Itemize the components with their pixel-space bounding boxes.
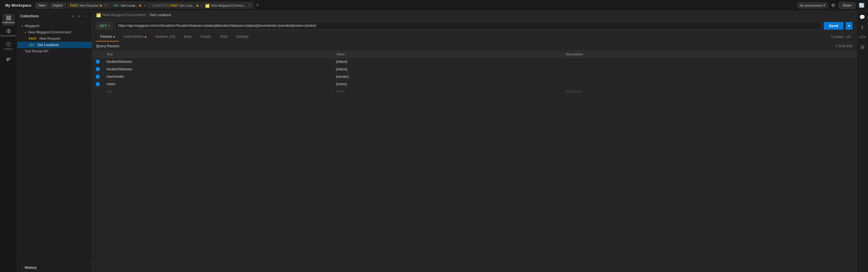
key-cell[interactable]: metro	[103, 80, 333, 88]
tab-label: New Request	[80, 4, 98, 7]
send-dropdown-btn[interactable]: ▾	[845, 22, 852, 30]
history-header[interactable]: › History	[17, 263, 92, 272]
tab-label: Get Loca...	[180, 4, 195, 7]
sidebar-environments-btn[interactable]: Environments	[2, 27, 15, 39]
settings-icon[interactable]: ⚙	[830, 2, 836, 9]
tab-body[interactable]: Body	[180, 32, 195, 42]
tab-post-new-request[interactable]: POST New Request ×	[67, 2, 110, 9]
info-icon[interactable]: ℹ	[860, 23, 864, 31]
row-checkbox[interactable]: ✓	[96, 75, 100, 79]
row-checkbox[interactable]: ✓	[96, 67, 100, 71]
more-btn[interactable]: ⋯	[83, 13, 89, 19]
panel-actions: + ≡ ⋯	[71, 13, 89, 19]
value-cell[interactable]: {vendor}	[333, 73, 562, 80]
new-value-input[interactable]	[336, 89, 559, 93]
panel-header: Collections + ≡ ⋯	[17, 11, 92, 22]
sidebar-collections-btn[interactable]: Collections	[2, 13, 15, 26]
description-cell[interactable]	[562, 65, 857, 73]
environment-selector[interactable]: No environment ▾	[797, 2, 828, 8]
import-button[interactable]: Import	[50, 2, 66, 9]
new-button[interactable]: New	[35, 2, 49, 9]
add-tab-button[interactable]: +	[254, 2, 261, 8]
tree-group-new-megaport[interactable]: ▾ New Megaport Environment	[17, 29, 92, 35]
svg-rect-7	[7, 59, 9, 60]
tab-headers[interactable]: Headers (10)	[151, 32, 179, 42]
new-key-input[interactable]	[107, 89, 330, 93]
tab-conflict-post[interactable]: [CONFLICT] POST Get Loca... ×	[150, 2, 201, 9]
checkbox-cell[interactable]: ✓	[92, 58, 103, 65]
auth-dot	[145, 36, 146, 38]
key-cell[interactable]: mveVendor	[103, 73, 333, 80]
url-input[interactable]	[115, 22, 822, 30]
code-snippet-icon[interactable]: </>	[858, 33, 867, 41]
description-cell[interactable]	[562, 80, 857, 88]
params-section: Query Params ⠿ Bulk Edit Key Value Descr…	[92, 42, 857, 157]
key-cell[interactable]: locationStatuses	[103, 65, 333, 73]
key-cell[interactable]: locationStatuses	[103, 58, 333, 65]
tab-tests[interactable]: Tests	[215, 32, 231, 42]
checkbox-cell[interactable]: ✓	[92, 80, 103, 88]
description-cell[interactable]	[562, 58, 857, 65]
row-checkbox[interactable]: ✓	[96, 60, 100, 64]
checkbox-cell[interactable]: ✓	[92, 65, 103, 73]
history-icon	[6, 42, 11, 47]
chevron-down-icon: ▾	[20, 25, 24, 28]
new-description-cell[interactable]	[562, 88, 857, 95]
bulk-edit-button[interactable]: ⠿ Bulk Edit	[835, 44, 852, 48]
value-cell[interactable]: {status}	[333, 58, 562, 65]
breadcrumb-root[interactable]: New Megaport Environment	[103, 13, 146, 17]
comments-icon[interactable]: 💬	[858, 13, 866, 21]
chevron-right-icon: ›	[20, 50, 24, 53]
unsaved-dot	[100, 5, 102, 7]
tab-close-icon[interactable]: ×	[104, 3, 106, 7]
tab-params[interactable]: Params	[96, 32, 119, 42]
cookies-link[interactable]: Cookies	[831, 32, 843, 41]
top-right-actions: No environment ▾ ⚙ Share 🔄	[797, 2, 866, 9]
svg-rect-8	[7, 60, 8, 61]
new-param-row	[92, 88, 857, 95]
history-section: › History	[17, 263, 92, 272]
tab-settings[interactable]: Settings	[232, 32, 252, 42]
tab-scripts[interactable]: Scripts	[196, 32, 215, 42]
tab-close-icon[interactable]: ×	[248, 3, 250, 7]
bottom-empty-area	[92, 157, 857, 272]
new-description-input[interactable]	[565, 89, 854, 93]
checkbox-cell[interactable]: ✓	[92, 73, 103, 80]
value-cell[interactable]: {metro}	[333, 80, 562, 88]
description-cell[interactable]	[562, 73, 857, 80]
tree-group-tool-rental[interactable]: › Tool Rental API	[17, 48, 92, 54]
sync-icon[interactable]: 🔄	[858, 2, 866, 9]
tree-group-megaport[interactable]: ▾ Megaport	[17, 23, 92, 29]
tab-close-icon[interactable]: ×	[144, 3, 146, 7]
tree-item-get-locations[interactable]: GET Get Locations	[17, 42, 92, 48]
svg-rect-2	[7, 19, 8, 20]
method-label-get: GET	[28, 43, 36, 47]
value-cell[interactable]: {status}	[333, 65, 562, 73]
method-label: GET	[99, 24, 107, 28]
environment-icon: 🗂️	[205, 3, 210, 8]
request-label: New Request	[39, 36, 60, 40]
breadcrumb-separator: /	[147, 13, 148, 17]
panel-toggle-icon[interactable]: ⊞	[859, 43, 865, 51]
send-button[interactable]: Send	[824, 22, 843, 30]
add-collection-btn[interactable]: +	[71, 13, 75, 19]
tab-authorization[interactable]: Authorization	[119, 32, 150, 42]
request-tabs-bar: Params Authorization Headers (10) Body S…	[92, 32, 857, 42]
sidebar-api-btn[interactable]	[2, 53, 15, 66]
method-caret-icon: ▾	[108, 24, 110, 27]
tree-item-post-new-request[interactable]: POST New Request	[17, 35, 92, 42]
filter-btn[interactable]: ≡	[77, 13, 82, 19]
tab-label: New Megaport Environ...	[211, 4, 246, 7]
share-button[interactable]: Share	[839, 2, 855, 9]
code-icon[interactable]: </>	[844, 32, 852, 42]
tab-environment[interactable]: 🗂️ New Megaport Environ... ×	[202, 2, 254, 9]
value-header: Value	[333, 51, 562, 58]
row-checkbox[interactable]: ✓	[96, 82, 100, 86]
tab-get-locations[interactable]: GET Get Locati... ×	[110, 2, 149, 9]
method-badge-post: POST	[170, 4, 178, 7]
method-selector[interactable]: GET ▾	[96, 22, 113, 29]
new-key-cell[interactable]	[103, 88, 333, 95]
sidebar-history-btn[interactable]: History	[2, 40, 15, 52]
new-value-cell[interactable]	[333, 88, 562, 95]
svg-rect-6	[7, 58, 11, 59]
